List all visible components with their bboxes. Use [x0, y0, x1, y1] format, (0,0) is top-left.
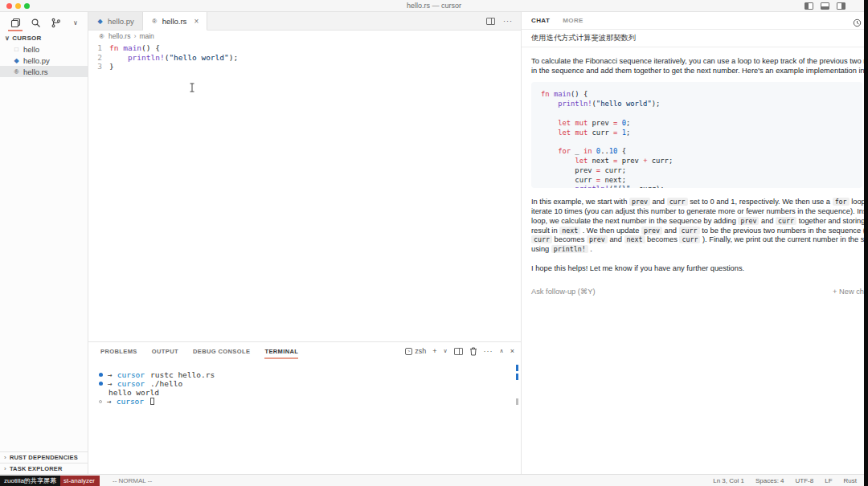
section-task-explorer[interactable]: ›TASK EXPLORER [0, 463, 88, 474]
sidebar-bottom-sections: ›RUST DEPENDENCIES›TASK EXPLORER [0, 451, 88, 474]
code-line[interactable]: 2 println!("hello world"); [88, 53, 521, 63]
terminal-icon: > [405, 348, 412, 355]
sidebar: ∨ ∨ CURSOR □hello◆hello.py®hello.rs ›RUS… [0, 12, 88, 474]
terminal-profile-selector[interactable]: > zsh [405, 347, 426, 355]
breadcrumb-separator: › [133, 32, 136, 40]
explorer-section-header[interactable]: ∨ CURSOR [0, 32, 88, 43]
terminal-scroll-decorations [516, 365, 518, 405]
tab-hello-py[interactable]: ◆hello.py [88, 12, 143, 30]
chat-panel: CHATMORE 使用迭代方式计算斐波那契数列 To calculate the… [521, 12, 868, 474]
panel-tab-output[interactable]: OUTPUT [152, 345, 178, 358]
new-terminal-icon[interactable]: + [432, 347, 436, 355]
status-rust[interactable]: Rust [844, 477, 857, 484]
chat-tab-more[interactable]: MORE [563, 17, 583, 24]
split-editor-icon[interactable] [486, 18, 495, 25]
panel: PROBLEMSOUTPUTDEBUG CONSOLETERMINAL > zs… [88, 341, 521, 474]
section-rust-dependencies[interactable]: ›RUST DEPENDENCIES [0, 451, 88, 463]
terminal-line: →cursor./hello [99, 379, 521, 388]
toggle-secondary-sidebar-icon[interactable] [837, 2, 845, 10]
text-cursor-pointer [189, 83, 195, 92]
hello-py-file-icon: ◆ [13, 57, 20, 64]
close-panel-icon[interactable]: × [510, 347, 514, 355]
editor-group: ◆hello.py®hello.rs× ··· ® hello.rs › mai… [88, 12, 521, 474]
panel-tab-terminal[interactable]: TERMINAL [264, 345, 298, 358]
search-icon[interactable] [30, 17, 41, 28]
rust-file-icon: ® [98, 33, 105, 40]
history-icon[interactable] [853, 16, 862, 31]
close-tab-icon[interactable]: × [194, 17, 199, 26]
title-bar: hello.rs — cursor [0, 0, 868, 12]
terminal-line: →cursorrustc hello.rs [99, 370, 521, 379]
panel-tab-problems[interactable]: PROBLEMS [100, 345, 137, 358]
editor-tab-bar: ◆hello.py®hello.rs× ··· [88, 12, 521, 31]
source-control-icon[interactable] [50, 17, 61, 28]
tab-hello-rs[interactable]: ®hello.rs× [143, 12, 207, 31]
breadcrumb-symbol[interactable]: main [139, 32, 154, 40]
terminal-caret [150, 398, 154, 405]
panel-more-actions-icon[interactable]: ··· [484, 347, 493, 355]
screen-edge-strip [864, 0, 868, 486]
split-terminal-icon[interactable] [454, 348, 463, 355]
toggle-panel-icon[interactable] [821, 2, 829, 10]
terminal-dropdown-icon[interactable]: ∨ [443, 348, 447, 354]
panel-header: PROBLEMSOUTPUTDEBUG CONSOLETERMINAL > zs… [88, 342, 521, 360]
hello-rs-file-icon: ® [13, 68, 20, 76]
terminal-line: →cursor [99, 397, 521, 406]
terminal-content[interactable]: →cursorrustc hello.rs→cursor./hellohello… [88, 360, 521, 406]
chat-header: CHATMORE [522, 12, 868, 30]
status-bar: zuotilla的共享屏幕 st-analyzer -- NORMAL -- L… [0, 474, 868, 486]
command-decoration-icon[interactable] [99, 382, 103, 386]
terminal-line: hello world [99, 388, 521, 397]
new-chat-button[interactable]: + New chat ( [833, 288, 868, 297]
hello-py-file-icon: ◆ [96, 18, 104, 25]
shell-name: zsh [415, 347, 426, 355]
more-views-chevron-icon[interactable]: ∨ [70, 17, 81, 28]
code-line[interactable]: 1fn main() { [88, 43, 521, 53]
folder-name: CURSOR [12, 35, 41, 42]
kill-terminal-icon[interactable] [469, 347, 477, 356]
chevron-down-icon: ∨ [5, 35, 10, 42]
code-editor[interactable]: 1fn main() {2 println!("hello world");3} [88, 42, 521, 341]
breadcrumb-file[interactable]: hello.rs [108, 32, 130, 40]
user-message: 使用迭代方式计算斐波那契数列 [522, 30, 868, 47]
toggle-primary-sidebar-icon[interactable] [805, 2, 813, 10]
answer-explanation: In this example, we start with prev and … [531, 198, 868, 254]
plus-icon: + [833, 288, 837, 296]
ask-followup-button[interactable]: Ask follow-up (⌘Y) [531, 288, 596, 296]
chat-code-block[interactable]: fn main() { println!("hello world"); let… [531, 82, 862, 188]
window-title: hello.rs — cursor [0, 2, 868, 10]
command-decoration-icon[interactable] [99, 373, 103, 377]
file-hello-rs[interactable]: ®hello.rs [0, 66, 88, 77]
rust-analyzer-badge[interactable]: st-analyzer [59, 476, 100, 486]
screen-share-overlay: zuotilla的共享屏幕 [0, 476, 60, 486]
answer-closing: I hope this helps! Let me know if you ha… [531, 264, 868, 274]
maximize-panel-icon[interactable]: ∧ [500, 348, 504, 354]
assistant-message: To calculate the Fibonacci sequence iter… [522, 47, 868, 299]
hello-rs-file-icon: ® [151, 18, 158, 25]
command-decoration-icon[interactable] [99, 400, 102, 403]
code-line[interactable]: 3} [88, 62, 521, 71]
app-window: hello.rs — cursor [0, 0, 868, 486]
explorer-icon[interactable] [10, 17, 21, 28]
chat-tab-chat[interactable]: CHAT [531, 17, 550, 24]
status-ln-3-col-1[interactable]: Ln 3, Col 1 [713, 477, 744, 484]
answer-intro: To calculate the Fibonacci sequence iter… [531, 57, 868, 76]
status-lf[interactable]: LF [825, 477, 832, 484]
file-hello-py[interactable]: ◆hello.py [0, 55, 88, 66]
file-hello[interactable]: □hello [0, 43, 88, 55]
hello-file-icon: □ [13, 46, 20, 53]
status-spaces-4[interactable]: Spaces: 4 [755, 477, 784, 484]
panel-tab-debug-console[interactable]: DEBUG CONSOLE [193, 345, 250, 358]
file-list: □hello◆hello.py®hello.rs [0, 43, 88, 77]
vim-mode-indicator: -- NORMAL -- [113, 477, 152, 484]
breadcrumb[interactable]: ® hello.rs › main [88, 31, 521, 42]
editor-more-actions-icon[interactable]: ··· [503, 17, 513, 25]
status-utf-8[interactable]: UTF-8 [796, 477, 814, 484]
